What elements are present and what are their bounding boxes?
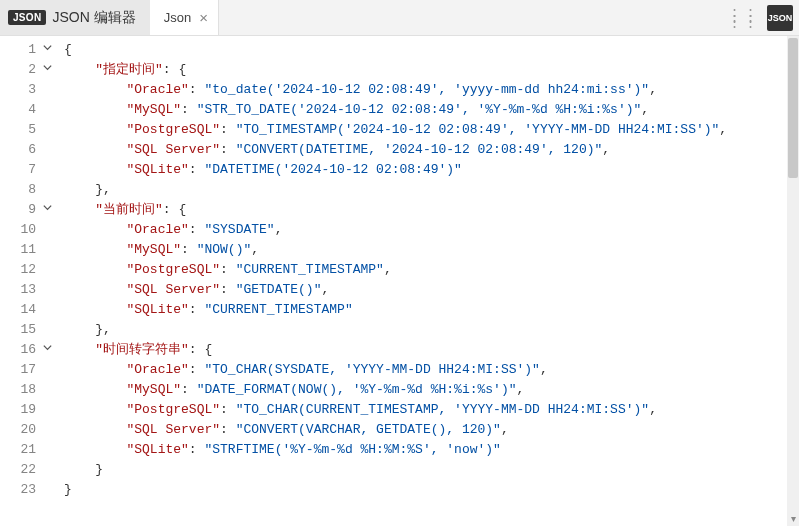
token-str: "to_date('2024-10-12 02:08:49', 'yyyy-mm… xyxy=(204,82,649,97)
token-p: , xyxy=(501,422,509,437)
code-line[interactable]: "SQL Server": "CONVERT(DATETIME, '2024-1… xyxy=(64,140,799,160)
gutter-row: 6 xyxy=(0,140,58,160)
token-key: "当前时间" xyxy=(95,202,163,217)
code-line[interactable]: "SQL Server": "GETDATE()", xyxy=(64,280,799,300)
line-number: 5 xyxy=(14,120,36,140)
code-line[interactable]: { xyxy=(64,40,799,60)
scroll-thumb[interactable] xyxy=(788,38,798,178)
token-str: "SYSDATE" xyxy=(204,222,274,237)
json-format-icon[interactable]: JSON xyxy=(767,5,793,31)
token-p: , xyxy=(540,362,548,377)
token-p: , xyxy=(517,382,525,397)
token-str: "CONVERT(VARCHAR, GETDATE(), 120)" xyxy=(236,422,501,437)
line-number: 11 xyxy=(14,240,36,260)
token-key: "Oracle" xyxy=(126,82,188,97)
gutter-row: 21 xyxy=(0,440,58,460)
gutter-row: 15 xyxy=(0,320,58,340)
line-number: 6 xyxy=(14,140,36,160)
code-line[interactable]: "当前时间": { xyxy=(64,200,799,220)
line-number: 1 xyxy=(14,40,36,60)
code-line[interactable]: }, xyxy=(64,320,799,340)
token-p: : { xyxy=(189,342,212,357)
token-p: , xyxy=(641,102,649,117)
line-number: 2 xyxy=(14,60,36,80)
token-key: "SQL Server" xyxy=(126,282,220,297)
token-str: "TO_TIMESTAMP('2024-10-12 02:08:49', 'YY… xyxy=(236,122,720,137)
code-line[interactable]: "SQLite": "DATETIME('2024-10-12 02:08:49… xyxy=(64,160,799,180)
gutter-row: 17 xyxy=(0,360,58,380)
token-str: "CONVERT(DATETIME, '2024-10-12 02:08:49'… xyxy=(236,142,603,157)
line-number: 8 xyxy=(14,180,36,200)
drag-handle-icon[interactable]: ⋮⋮⋮⋮ xyxy=(727,12,759,24)
scrollbar-vertical[interactable]: ▾ xyxy=(787,36,799,526)
code-line[interactable]: "MySQL": "STR_TO_DATE('2024-10-12 02:08:… xyxy=(64,100,799,120)
gutter-row: 18 xyxy=(0,380,58,400)
json-badge-icon: JSON xyxy=(8,10,46,25)
scroll-down-icon[interactable]: ▾ xyxy=(787,513,799,524)
code-line[interactable]: "SQLite": "STRFTIME('%Y-%m-%d %H:%M:%S',… xyxy=(64,440,799,460)
token-key: "时间转字符串" xyxy=(95,342,189,357)
code-line[interactable]: "MySQL": "NOW()", xyxy=(64,240,799,260)
token-p: }, xyxy=(95,322,111,337)
titlebar: JSON JSON 编辑器 Json × ⋮⋮⋮⋮ JSON xyxy=(0,0,799,36)
line-number: 19 xyxy=(14,400,36,420)
gutter-row: 20 xyxy=(0,420,58,440)
token-p: : xyxy=(220,142,236,157)
gutter-row: 22 xyxy=(0,460,58,480)
token-str: "STR_TO_DATE('2024-10-12 02:08:49', '%Y-… xyxy=(197,102,642,117)
code-line[interactable]: "PostgreSQL": "TO_CHAR(CURRENT_TIMESTAMP… xyxy=(64,400,799,420)
code-line[interactable]: "PostgreSQL": "TO_TIMESTAMP('2024-10-12 … xyxy=(64,120,799,140)
token-str: "TO_CHAR(CURRENT_TIMESTAMP, 'YYYY-MM-DD … xyxy=(236,402,649,417)
code-line[interactable]: } xyxy=(64,480,799,500)
token-p: : xyxy=(189,222,205,237)
gutter-row: 9 xyxy=(0,200,58,220)
code-line[interactable]: "MySQL": "DATE_FORMAT(NOW(), '%Y-%m-%d %… xyxy=(64,380,799,400)
code-line[interactable]: "Oracle": "SYSDATE", xyxy=(64,220,799,240)
gutter-row: 19 xyxy=(0,400,58,420)
gutter-row: 13 xyxy=(0,280,58,300)
code-area[interactable]: { "指定时间": { "Oracle": "to_date('2024-10-… xyxy=(58,36,799,526)
chevron-down-icon[interactable] xyxy=(40,200,54,220)
code-line[interactable]: "Oracle": "to_date('2024-10-12 02:08:49'… xyxy=(64,80,799,100)
tab-json[interactable]: Json × xyxy=(150,0,219,35)
chevron-down-icon[interactable] xyxy=(40,340,54,360)
token-key: "MySQL" xyxy=(126,242,181,257)
token-p: : xyxy=(189,302,205,317)
code-line[interactable]: "SQL Server": "CONVERT(VARCHAR, GETDATE(… xyxy=(64,420,799,440)
code-line[interactable]: } xyxy=(64,460,799,480)
token-key: "MySQL" xyxy=(126,102,181,117)
token-key: "PostgreSQL" xyxy=(126,402,220,417)
code-line[interactable]: }, xyxy=(64,180,799,200)
gutter-row: 10 xyxy=(0,220,58,240)
token-p: } xyxy=(95,462,103,477)
code-line[interactable]: "指定时间": { xyxy=(64,60,799,80)
token-p: , xyxy=(719,122,727,137)
token-p: : xyxy=(220,422,236,437)
close-icon[interactable]: × xyxy=(199,10,208,25)
token-key: "SQL Server" xyxy=(126,142,220,157)
code-line[interactable]: "Oracle": "TO_CHAR(SYSDATE, 'YYYY-MM-DD … xyxy=(64,360,799,380)
token-str: "CURRENT_TIMESTAMP" xyxy=(236,262,384,277)
line-number: 17 xyxy=(14,360,36,380)
token-key: "Oracle" xyxy=(126,222,188,237)
gutter-row: 8 xyxy=(0,180,58,200)
token-str: "DATE_FORMAT(NOW(), '%Y-%m-%d %H:%i:%s')… xyxy=(197,382,517,397)
token-key: "PostgreSQL" xyxy=(126,262,220,277)
chevron-down-icon[interactable] xyxy=(40,40,54,60)
token-key: "MySQL" xyxy=(126,382,181,397)
token-p: : xyxy=(220,282,236,297)
token-p: : xyxy=(220,122,236,137)
code-line[interactable]: "时间转字符串": { xyxy=(64,340,799,360)
code-line[interactable]: "PostgreSQL": "CURRENT_TIMESTAMP", xyxy=(64,260,799,280)
code-line[interactable]: "SQLite": "CURRENT_TIMESTAMP" xyxy=(64,300,799,320)
token-str: "CURRENT_TIMESTAMP" xyxy=(204,302,352,317)
line-number: 4 xyxy=(14,100,36,120)
token-p: , xyxy=(251,242,259,257)
gutter-row: 11 xyxy=(0,240,58,260)
token-p: { xyxy=(64,42,72,57)
token-p: , xyxy=(275,222,283,237)
token-key: "Oracle" xyxy=(126,362,188,377)
chevron-down-icon[interactable] xyxy=(40,60,54,80)
app-title: JSON 编辑器 xyxy=(52,9,135,27)
token-str: "STRFTIME('%Y-%m-%d %H:%M:%S', 'now')" xyxy=(204,442,500,457)
